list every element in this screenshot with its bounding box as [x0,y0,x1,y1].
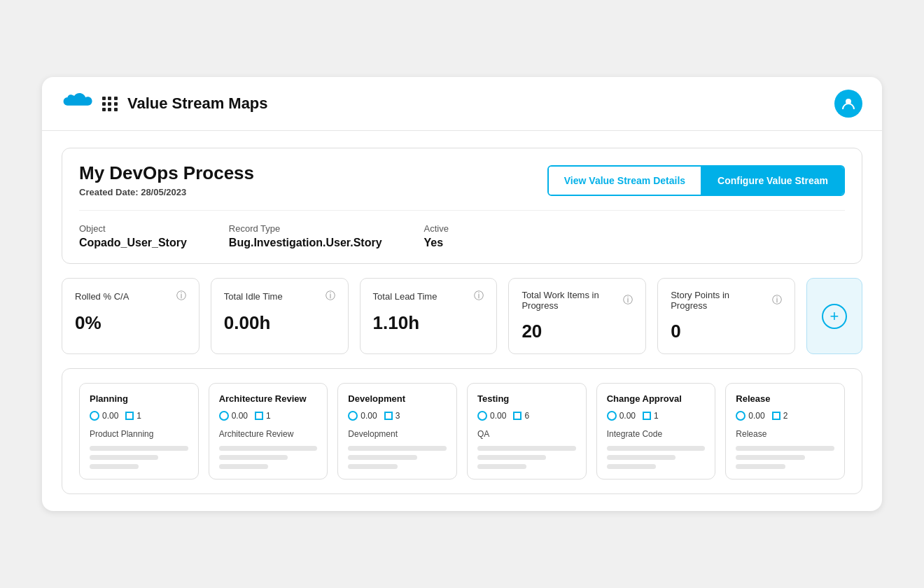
stage-square-metric-planning: 1 [125,411,141,421]
stage-card-planning[interactable]: Planning 0.00 1 Product Planning [79,383,199,479]
stage-title-change_approval: Change Approval [607,393,706,404]
stat-label-idle: Total Idle Time [224,291,321,302]
stage-lines-change_approval [607,446,706,469]
info-icon-story_points[interactable]: ⓘ [772,294,782,307]
stat-label-rolled: Rolled % C/A [75,291,172,302]
stage-title-architecture: Architecture Review [219,393,318,404]
square-value-development: 3 [396,411,400,421]
stage-card-testing[interactable]: Testing 0.00 6 QA [467,383,587,479]
process-card-header: My DevOps Process Created Date: 28/05/20… [79,162,845,197]
info-icon-rolled[interactable]: ⓘ [176,290,186,302]
content-area: My DevOps Process Created Date: 28/05/20… [42,131,882,511]
stage-line-1-architecture [219,446,318,451]
stage-line-2-architecture [219,455,288,460]
configure-value-stream-button[interactable]: Configure Value Stream [702,167,844,195]
stage-line-2-change_approval [607,455,676,460]
stage-item-label-planning: Product Planning [90,429,188,439]
stat-label-work_items: Total Work Items in Progress [522,290,619,311]
process-card: My DevOps Process Created Date: 28/05/20… [62,148,862,264]
stat-header-rolled: Rolled % C/A ⓘ [75,290,186,302]
stage-square-metric-architecture: 1 [255,411,271,421]
stage-card-architecture[interactable]: Architecture Review 0.00 1 Architecture … [209,383,328,479]
square-icon-testing [513,412,522,420]
stage-title-planning: Planning [90,393,188,404]
stage-square-metric-testing: 6 [513,411,529,421]
stage-line-3-release [736,464,785,469]
square-value-release: 2 [783,411,788,421]
stat-header-story_points: Story Points in Progress ⓘ [671,290,782,311]
process-date: Created Date: 28/05/2023 [79,187,254,197]
stage-metrics-release: 0.00 2 [736,411,834,421]
add-stat-icon[interactable]: + [822,304,847,329]
circle-value-testing: 0.00 [490,411,506,421]
circle-value-release: 0.00 [748,411,764,421]
stat-card-idle: Total Idle Time ⓘ 0.00h [211,278,349,354]
stage-lines-release [736,446,834,469]
circle-icon-release [736,411,746,421]
user-avatar[interactable] [834,90,862,118]
process-info: My DevOps Process Created Date: 28/05/20… [79,162,254,197]
add-stat-card[interactable]: + [806,278,862,354]
stat-label-story_points: Story Points in Progress [671,290,768,311]
page-title: Value Stream Maps [127,94,825,113]
process-title: My DevOps Process [79,162,254,184]
info-icon-idle[interactable]: ⓘ [326,290,335,302]
info-icon-work_items[interactable]: ⓘ [623,294,633,307]
circle-value-architecture: 0.00 [232,411,248,421]
stage-circle-metric-development: 0.00 [348,411,377,421]
grid-icon[interactable] [102,97,118,111]
view-value-stream-button[interactable]: View Value Stream Details [549,167,702,195]
circle-value-planning: 0.00 [102,411,118,421]
stage-lines-planning [90,446,188,469]
stage-line-1-development [348,446,447,451]
stage-line-1-planning [90,446,188,451]
stat-card-lead: Total Lead Time ⓘ 1.10h [360,278,498,354]
stage-card-development[interactable]: Development 0.00 3 Development [337,383,457,479]
stat-label-lead: Total Lead Time [373,291,470,302]
stat-value-idle: 0.00h [224,312,335,334]
stage-card-change_approval[interactable]: Change Approval 0.00 1 Integrate Code [596,383,716,479]
stat-card-work_items: Total Work Items in Progress ⓘ 20 [508,278,646,354]
stage-card-release[interactable]: Release 0.00 2 Release [725,383,845,479]
process-meta: Object Copado_User_Story Record Type Bug… [79,210,845,249]
meta-active: Active Yes [424,223,449,249]
stage-line-2-development [348,455,416,460]
salesforce-logo [62,92,92,115]
stage-square-metric-change_approval: 1 [643,411,659,421]
square-value-architecture: 1 [266,411,271,421]
stage-lines-architecture [219,446,318,469]
circle-value-change_approval: 0.00 [620,411,636,421]
stage-square-metric-release: 2 [772,411,788,421]
stat-header-idle: Total Idle Time ⓘ [224,290,335,302]
square-value-change_approval: 1 [654,411,659,421]
info-icon-lead[interactable]: ⓘ [474,290,484,302]
circle-icon-architecture [219,411,229,421]
stage-item-label-architecture: Architecture Review [219,429,318,439]
stage-metrics-planning: 0.00 1 [90,411,188,421]
process-actions: View Value Stream Details Configure Valu… [547,165,845,196]
stage-metrics-architecture: 0.00 1 [219,411,318,421]
square-icon-development [384,412,393,420]
stage-line-1-testing [477,446,576,451]
meta-record-type: Record Type Bug.Investigation.User.Story [229,223,382,249]
stage-circle-metric-change_approval: 0.00 [607,411,636,421]
app-container: Value Stream Maps My DevOps Process Crea… [42,77,882,511]
circle-value-development: 0.00 [360,411,377,421]
stage-title-development: Development [348,393,447,404]
stat-header-lead: Total Lead Time ⓘ [373,290,484,302]
stat-card-story_points: Story Points in Progress ⓘ 0 [657,278,795,354]
stage-item-label-release: Release [736,429,834,439]
stage-circle-metric-testing: 0.00 [477,411,506,421]
stage-line-3-development [348,464,397,469]
square-icon-architecture [255,412,263,420]
stage-circle-metric-planning: 0.00 [90,411,118,421]
stage-line-2-planning [90,455,158,460]
circle-icon-planning [90,411,99,421]
stage-title-release: Release [736,393,834,404]
stage-line-2-release [736,455,804,460]
stage-title-testing: Testing [477,393,576,404]
stat-card-rolled: Rolled % C/A ⓘ 0% [62,278,200,354]
pipeline-card: Planning 0.00 1 Product Planning Archite… [62,368,862,494]
stat-value-rolled: 0% [75,312,186,334]
stage-lines-development [348,446,447,469]
